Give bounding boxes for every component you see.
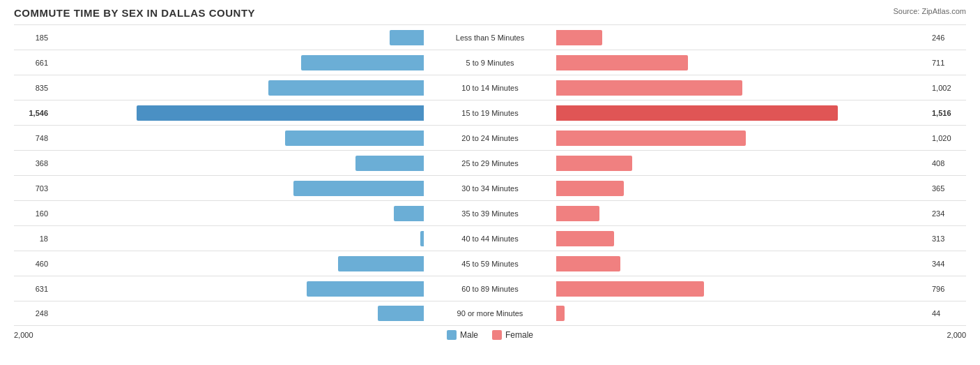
legend-female-label: Female <box>505 330 533 340</box>
right-bar-container <box>556 80 928 96</box>
male-bar <box>338 256 424 271</box>
female-bar <box>556 281 704 297</box>
bar-row: 368 25 to 29 Minutes 408 <box>14 150 966 175</box>
male-swatch <box>447 330 457 340</box>
female-bar <box>556 206 599 221</box>
female-bar <box>556 55 688 70</box>
chart-area: 185 Less than 5 Minutes 246 661 5 to 9 M… <box>14 24 966 326</box>
row-label: 5 to 9 Minutes <box>424 59 556 67</box>
male-value: 460 <box>14 260 52 268</box>
row-label: 60 to 89 Minutes <box>424 285 556 293</box>
bar-row: 1,546 15 to 19 Minutes 1,516 <box>14 100 966 125</box>
right-bar-container <box>556 231 928 246</box>
bar-row: 661 5 to 9 Minutes 711 <box>14 50 966 75</box>
male-value: 631 <box>14 285 52 293</box>
left-bar-container <box>52 55 424 70</box>
male-bar <box>307 281 424 297</box>
bar-row: 748 20 to 24 Minutes 1,020 <box>14 125 966 150</box>
male-value: 661 <box>14 59 52 67</box>
female-bar <box>556 30 602 45</box>
right-bar-container <box>556 306 928 321</box>
left-bar-container <box>52 80 424 96</box>
row-label: 90 or more Minutes <box>424 309 556 318</box>
female-bar <box>556 231 614 246</box>
female-bar <box>556 131 746 146</box>
male-value: 835 <box>14 84 52 92</box>
male-value: 160 <box>14 209 52 218</box>
male-value: 18 <box>14 234 52 243</box>
male-value: 185 <box>14 33 52 42</box>
left-bar-container <box>52 281 424 297</box>
left-bar-container <box>52 156 424 171</box>
female-value: 1,516 <box>928 109 966 117</box>
row-label: 10 to 14 Minutes <box>424 84 556 92</box>
female-value: 1,020 <box>928 134 966 142</box>
axis-left-label: 2,000 <box>14 331 52 339</box>
left-bar-container <box>52 231 424 246</box>
male-bar <box>137 105 424 121</box>
male-bar <box>355 156 424 171</box>
right-bar-container <box>556 156 928 171</box>
female-value: 1,002 <box>928 84 966 92</box>
male-value: 248 <box>14 309 52 318</box>
right-bar-container <box>556 181 928 196</box>
female-value: 44 <box>928 309 966 318</box>
left-bar-container <box>52 206 424 221</box>
legend-female: Female <box>492 330 533 340</box>
bar-row: 703 30 to 34 Minutes 365 <box>14 175 966 200</box>
chart-container: COMMUTE TIME BY SEX IN DALLAS COUNTY Sou… <box>14 7 966 340</box>
female-bar <box>556 181 624 196</box>
right-bar-container <box>556 281 928 297</box>
male-bar <box>378 306 424 321</box>
female-value: 344 <box>928 260 966 268</box>
row-label: 30 to 34 Minutes <box>424 184 556 193</box>
bar-row: 18 40 to 44 Minutes 313 <box>14 225 966 251</box>
left-bar-container <box>52 181 424 196</box>
female-bar <box>556 156 632 171</box>
right-bar-container <box>556 55 928 70</box>
axis-right-label: 2,000 <box>928 331 966 339</box>
male-bar <box>390 30 424 45</box>
legend-male-label: Male <box>460 330 478 340</box>
bar-row: 248 90 or more Minutes 44 <box>14 301 966 326</box>
female-value: 246 <box>928 33 966 42</box>
row-label: 20 to 24 Minutes <box>424 134 556 142</box>
female-value: 408 <box>928 159 966 167</box>
right-bar-container <box>556 30 928 45</box>
row-label: 45 to 59 Minutes <box>424 260 556 268</box>
row-label: 35 to 39 Minutes <box>424 209 556 218</box>
row-label: 40 to 44 Minutes <box>424 234 556 243</box>
female-value: 234 <box>928 209 966 218</box>
bar-row: 460 45 to 59 Minutes 344 <box>14 251 966 276</box>
male-value: 703 <box>14 184 52 193</box>
male-value: 748 <box>14 134 52 142</box>
male-value: 368 <box>14 159 52 167</box>
bar-row: 835 10 to 14 Minutes 1,002 <box>14 75 966 100</box>
right-bar-container <box>556 256 928 271</box>
legend-male: Male <box>447 330 478 340</box>
left-bar-container <box>52 131 424 146</box>
female-value: 313 <box>928 234 966 243</box>
row-label: 25 to 29 Minutes <box>424 159 556 167</box>
source-text: Source: ZipAtlas.com <box>893 7 966 15</box>
right-bar-container <box>556 105 928 121</box>
female-bar <box>556 105 838 121</box>
male-bar <box>301 55 424 70</box>
female-bar <box>556 256 620 271</box>
male-bar <box>285 131 424 146</box>
row-label: 15 to 19 Minutes <box>424 109 556 117</box>
footer-row: 2,000 Male Female 2,000 <box>14 330 966 340</box>
left-bar-container <box>52 256 424 271</box>
male-value: 1,546 <box>14 109 52 117</box>
female-value: 711 <box>928 59 966 67</box>
chart-title: COMMUTE TIME BY SEX IN DALLAS COUNTY <box>14 7 966 19</box>
male-bar <box>394 206 424 221</box>
female-value: 796 <box>928 285 966 293</box>
left-bar-container <box>52 105 424 121</box>
female-swatch <box>492 330 502 340</box>
bar-row: 631 60 to 89 Minutes 796 <box>14 276 966 301</box>
left-bar-container <box>52 30 424 45</box>
male-bar <box>268 80 424 96</box>
row-label: Less than 5 Minutes <box>424 33 556 42</box>
legend: Male Female <box>447 330 533 340</box>
